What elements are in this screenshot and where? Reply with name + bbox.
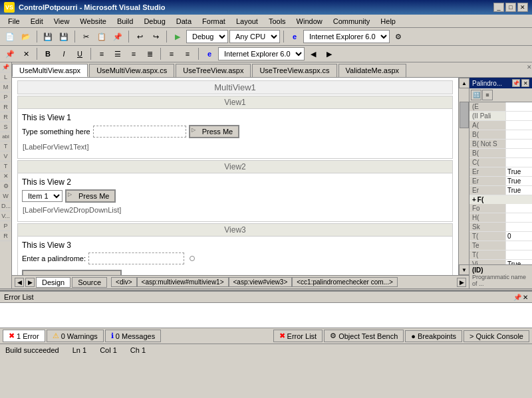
menu-debug[interactable]: Debug [138, 16, 170, 27]
panel-pin-btn[interactable]: 📌 [512, 79, 520, 87]
messages-tab[interactable]: ℹ 0 Messages [105, 330, 161, 342]
toolbox-item-v[interactable]: V [0, 151, 11, 161]
menu-help[interactable]: Help [375, 16, 401, 27]
platform-dropdown[interactable]: Any CPU [229, 30, 280, 43]
check-palindrome-btn[interactable]: Check for Palindrome [22, 270, 122, 275]
canvas-vscrollbar[interactable]: ▲ ▼ [458, 78, 469, 275]
breadcrumb-back-btn[interactable]: ◀ [15, 278, 24, 287]
error-list-bottom-tab[interactable]: ✖ Error List [273, 330, 323, 342]
ie-version-dropdown[interactable]: Internet Explorer 6.0 [218, 47, 305, 60]
prop-category-btn[interactable]: ≡ [482, 90, 493, 100]
scroll-down-btn[interactable]: ▼ [459, 264, 469, 275]
expand-btn[interactable]: ✕ [19, 47, 33, 61]
breadcrumb-end-btn[interactable]: ▶ [457, 278, 466, 287]
breakpoints-tab[interactable]: ● Breakpoints [405, 330, 462, 342]
view1-text-input[interactable] [93, 126, 186, 138]
align-center-btn[interactable]: ☰ [110, 47, 125, 61]
tab-usetreeview-cs[interactable]: UseTreeView.aspx.cs [252, 64, 336, 77]
error-panel-close-btn[interactable]: ✕ [523, 294, 528, 301]
save-all-btn[interactable]: 💾 [57, 29, 71, 44]
toolbox-item-r3[interactable]: R [0, 231, 11, 241]
toolbox-item-w[interactable]: W [0, 191, 11, 201]
italic-btn[interactable]: I [57, 47, 71, 61]
menu-view[interactable]: View [49, 16, 75, 27]
tab-usemultiview-aspx[interactable]: UseMultiView.aspx [12, 64, 88, 77]
tab-usetreeview-aspx[interactable]: UseTreeView.aspx [176, 64, 251, 77]
menu-build[interactable]: Build [112, 16, 138, 27]
toolbox-item-m[interactable]: M [0, 82, 11, 92]
scroll-up-btn[interactable]: ▲ [459, 78, 469, 88]
tab-validateme-aspx[interactable]: ValidateMe.aspx [338, 64, 407, 77]
toolbox-item-d[interactable]: D... [0, 201, 11, 211]
menu-window[interactable]: Window [291, 16, 328, 27]
browser-options-btn[interactable]: ⚙ [391, 29, 406, 44]
save-btn[interactable]: 💾 [41, 29, 55, 44]
error-panel-pin-btn[interactable]: 📌 [513, 294, 521, 301]
toolbox-item-x[interactable]: ✕ [0, 171, 11, 181]
underline-btn[interactable]: U [72, 47, 87, 61]
toolbox-pin[interactable]: 📌 [0, 62, 11, 72]
breadcrumb-fwd-btn[interactable]: ▶ [25, 278, 35, 287]
menu-community[interactable]: Community [328, 16, 376, 27]
ie-icon[interactable]: e [287, 29, 302, 44]
copy-btn[interactable]: 📋 [94, 29, 109, 44]
view2-dropdown[interactable]: Item 1 [22, 190, 63, 202]
menu-website[interactable]: Website [74, 16, 112, 27]
error-list-tab[interactable]: ✖ 1 Error [3, 330, 45, 342]
maximize-btn[interactable]: □ [505, 3, 516, 12]
object-test-bench-tab[interactable]: ⚙ Object Test Bench [324, 330, 404, 342]
redo-btn[interactable]: ↪ [148, 29, 163, 44]
toolbox-item-r2[interactable]: R [0, 112, 11, 122]
menu-file[interactable]: File [3, 16, 25, 27]
browser-dropdown[interactable]: Internet Explorer 6.0 [303, 30, 390, 43]
palindrome-input[interactable] [88, 252, 184, 264]
toolbox-item-v2[interactable]: V... [0, 211, 11, 221]
pin-btn[interactable]: 📌 [3, 47, 17, 61]
bold-btn[interactable]: B [41, 47, 55, 61]
menu-edit[interactable]: Edit [25, 16, 49, 27]
bread-div[interactable]: <div> [111, 277, 136, 287]
align-right-btn[interactable]: ≡ [126, 47, 141, 61]
toolbox-item-abl[interactable]: abl [0, 132, 11, 142]
close-btn[interactable]: ✕ [517, 3, 528, 12]
design-mode-btn[interactable]: Design [36, 277, 70, 288]
open-file-btn[interactable]: 📂 [19, 29, 33, 44]
toolbox-item-t1[interactable]: T [0, 142, 11, 151]
toolbox-item-s[interactable]: S [0, 122, 11, 132]
cut-btn[interactable]: ✂ [78, 29, 93, 44]
debug-mode-dropdown[interactable]: Debug [186, 30, 228, 43]
align-left-btn[interactable]: ≡ [94, 47, 109, 61]
undo-btn[interactable]: ↩ [132, 29, 147, 44]
new-file-btn[interactable]: 📄 [3, 29, 17, 44]
view1-press-me-btn[interactable]: Press Me [189, 125, 239, 138]
paste-btn[interactable]: 📌 [110, 29, 125, 44]
list-btn[interactable]: ≡ [164, 47, 179, 61]
toolbox-item-p2[interactable]: P [0, 221, 11, 231]
toolbox-item-r1[interactable]: R [0, 102, 11, 112]
tab-usemultiview-cs[interactable]: UseMultiView.aspx.cs [89, 64, 174, 77]
ordered-list-btn[interactable]: ≡ [180, 47, 195, 61]
toolbox-item-p1[interactable]: P [0, 92, 11, 102]
panel-close-btn[interactable]: ✕ [521, 79, 529, 87]
menu-tools[interactable]: Tools [263, 16, 291, 27]
play-btn[interactable]: ▶ [170, 29, 185, 44]
toolbox-item-l[interactable]: L [0, 72, 11, 82]
warnings-tab[interactable]: ⚠ 0 Warnings [47, 330, 104, 342]
scroll-thumb[interactable] [460, 102, 469, 128]
menu-layout[interactable]: Layout [231, 16, 263, 27]
prop-sort-btn[interactable]: 🔠 [471, 90, 481, 100]
justify-btn[interactable]: ≣ [142, 47, 157, 61]
nav-back-btn[interactable]: ◀ [306, 47, 321, 61]
toolbox-item-t2[interactable]: T [0, 161, 11, 171]
minimize-btn[interactable]: _ [493, 3, 504, 12]
window-controls[interactable]: _ □ ✕ [493, 3, 528, 12]
bread-view3[interactable]: <asp:view#view3> [229, 277, 293, 287]
menu-format[interactable]: Format [197, 16, 231, 27]
breadcrumb-nav[interactable]: ◀ ▶ [15, 278, 35, 287]
quick-console-tab[interactable]: > Quick Console [464, 330, 529, 342]
view2-press-me-btn[interactable]: Press Me [65, 189, 116, 203]
toolbox-item-gear[interactable]: ⚙ [0, 181, 11, 191]
bread-palindrome[interactable]: <cc1:palindromechecker com...> [292, 277, 398, 287]
nav-fwd-btn[interactable]: ▶ [322, 47, 336, 61]
bread-multiview[interactable]: <asp:multiview#multiview1> [137, 277, 229, 287]
